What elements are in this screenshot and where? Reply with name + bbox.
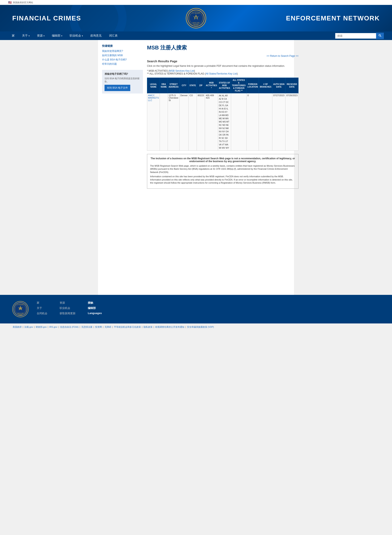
footer-col-2: 资源 职业机会 获取新闻更新 (60, 301, 75, 317)
cell-city: Denver (179, 93, 188, 151)
footer-treasury-link[interactable]: 财政部.gov (36, 326, 47, 328)
disclaimer-box: The inclusion of a business on the MSB R… (147, 154, 299, 189)
search-button[interactable] (376, 33, 384, 39)
header-title-right: ENFORCEMENT NETWORK (206, 14, 380, 22)
nav-bar: 家 关于 ▾ 资源 ▾ 编辑部 ▾ 职业机会 ▾ 咨询意见 词汇表 (0, 31, 392, 40)
page-title: MSB 注册人搜索 (147, 44, 299, 51)
results-description: Click on the highlighted Legal Name link… (147, 65, 299, 67)
svg-text:ENFORCEMENT: ENFORCEMENT (193, 23, 199, 24)
footer-home-link[interactable]: 家 (37, 301, 47, 305)
col-state: STATE (189, 78, 197, 93)
sidebar-link-faq[interactable]: 经常问的问题 (102, 62, 143, 66)
cell-all-states-flag (231, 93, 247, 151)
col-branches: # OF BRANCHES (259, 78, 272, 93)
flag-icon: 🇺🇸 (8, 1, 12, 4)
results-heading: Search Results Page (147, 59, 299, 63)
footer-usgov-link[interactable]: 美国政府 (13, 326, 22, 328)
footer-eeo-link[interactable]: 平等就业机会和多元化政策 (114, 326, 141, 328)
footer-news-link[interactable]: 获取新闻更新 (60, 312, 75, 315)
footer-irs-link[interactable]: IRS.gov (49, 326, 57, 328)
footer-languages-link[interactable]: Languages (88, 312, 102, 315)
cell-received-date: 07/26/2023 (285, 93, 299, 151)
footer-editorial-link[interactable]: 编辑部 (88, 306, 102, 310)
col-zip: ZIP (197, 78, 205, 93)
chevron-down-icon: ▾ (61, 35, 62, 37)
footer-about-link[interactable]: 关于 (37, 306, 47, 310)
header-title-left: FINANCIAL CRIMES (12, 14, 186, 22)
chevron-down-icon: ▾ (82, 35, 83, 37)
main-layout: 快速链接 我如何使用该网页? 如何注册我的 MSB 什么是 BSA 电子归档? … (98, 40, 294, 193)
sidebar-link-register-msb[interactable]: 如何注册我的 MSB (102, 54, 143, 57)
footer-seal: U.S. TREASURY FINANCIAL CRIMES ENFORCEME… (12, 301, 28, 317)
col-legal-name: LEGAL NAME (147, 78, 160, 93)
nav-editorial[interactable]: 编辑部 ▾ (48, 31, 66, 40)
sidebar: 快速链接 我如何使用该网页? 如何注册我的 MSB 什么是 BSA 电子归档? … (102, 44, 143, 189)
svg-text:FINANCIAL CRIMES: FINANCIAL CRIMES (17, 313, 24, 314)
key-line1-prefix: * MSB ACTIVITIES ( (147, 70, 169, 72)
cell-msb-activities: 405 409 415 (205, 93, 218, 151)
col-city: CITY (179, 78, 188, 93)
col-dba-name: DBA NAME (160, 78, 168, 93)
key-links: * MSB ACTIVITIES (MSB Services Key List)… (147, 70, 299, 75)
nav-home[interactable]: 家 (8, 31, 18, 40)
footer-privacy-link[interactable]: 隐私政策 (144, 326, 153, 328)
svg-text:ENFORCEMENT: ENFORCEMENT (18, 314, 23, 315)
sidebar-link-how-to-use[interactable]: 我如何使用该网页? (102, 49, 143, 53)
msb-services-key-link[interactable]: MSB Services Key List (169, 70, 194, 72)
bsa-section-desc: 访问 BSA 电子归档系统提交您的报告。 (105, 77, 140, 83)
whitespace (98, 193, 294, 295)
footer-resources-link[interactable]: 资源 (60, 301, 75, 305)
key-line2: ** ALL STATES & TERRITORIES & FOREIGN FL… (147, 72, 299, 75)
chevron-down-icon: ▾ (28, 35, 30, 37)
disclaimer-para2: Information contained on this site has b… (150, 175, 295, 184)
bsa-efile-button[interactable]: 转到 BSA 电子文件 (105, 85, 130, 91)
sidebar-link-bsa-efile[interactable]: 什么是 BSA 电子归档? (102, 58, 143, 61)
footer-col-3: 接触 编辑部 Languages (88, 301, 102, 317)
nav-glossary[interactable]: 词汇表 (105, 31, 121, 40)
footer-invest-link[interactable]: 投资网 (95, 326, 102, 328)
footer-accessibility-link[interactable]: 无障碍 (105, 326, 111, 328)
footer-dark: U.S. TREASURY FINANCIAL CRIMES ENFORCEME… (0, 295, 392, 324)
cell-street: 1275 S Cherokee St (168, 93, 179, 151)
footer-disclosure-link[interactable]: 歧视调查结果的公开发布通知 (155, 326, 184, 328)
disclaimer-title: The inclusion of a business on the MSB R… (150, 157, 295, 163)
footer-contact-link[interactable]: 接触 (88, 301, 102, 305)
nav-about[interactable]: 关于 ▾ (18, 31, 33, 40)
footer-regulations-link[interactable]: 法规.gov (24, 326, 33, 328)
cell-auth-sign-date: 07/27/2023 (272, 93, 285, 151)
nav-resources[interactable]: 资源 ▾ (33, 31, 48, 40)
footer-contracts-link[interactable]: 合同机会 (37, 312, 47, 315)
footer-col-1: 家 关于 合同机会 (37, 301, 47, 317)
content-area: MSB 注册人搜索 >> Return to Search Page << Se… (147, 44, 299, 189)
cell-dba-name (160, 93, 168, 151)
legal-name-link[interactable]: AMCC MARKETS LLC (148, 94, 159, 102)
sidebar-quick-links: 快速链接 我如何使用该网页? 如何注册我的 MSB 什么是 BSA 电子归档? … (102, 44, 143, 66)
header-banner: FINANCIAL CRIMES U.S. TREASURY FINANCIAL… (0, 5, 392, 31)
footer-foia-link[interactable]: 信息自由法 (FOIA) (60, 326, 79, 328)
search-box (335, 33, 384, 39)
chevron-down-icon: ▾ (43, 35, 45, 37)
svg-text:U.S. TREASURY: U.S. TREASURY (192, 12, 200, 14)
key-line2-prefix: ** ALL STATES & TERRITORIES & FOREIGN FL… (147, 72, 205, 75)
cell-legal-name: AMCC MARKETS LLC (147, 93, 160, 151)
all-states-key-link[interactable]: All States/Territories Key List (205, 72, 237, 75)
return-to-search-link[interactable]: >> Return to Search Page << (266, 55, 299, 57)
footer-bottom: 美国政府 | 法规.gov | 财政部.gov | IRS.gov | 信息自由… (0, 324, 392, 331)
nav-consultation[interactable]: 咨询意见 (87, 31, 105, 40)
col-auth-sign-date: AUTH SIGN DATE (272, 78, 285, 93)
cell-states-msb: AK AL AR AZ B CA CO CT DC DE FL GA HI IA… (218, 93, 231, 151)
search-input[interactable] (335, 33, 376, 39)
results-table: LEGAL NAME DBA NAME STREET ADDRESS CITY … (147, 78, 299, 151)
footer-careers-link[interactable]: 职业机会 (60, 306, 75, 310)
svg-text:U.S. TREASURY: U.S. TREASURY (17, 304, 24, 305)
nav-careers[interactable]: 职业机会 ▾ (66, 31, 87, 40)
cell-zip: 80223 (197, 93, 205, 151)
footer-bottom-links: 美国政府 | 法规.gov | 财政部.gov | IRS.gov | 信息自由… (12, 326, 214, 328)
states-list: AK AL AR AZ B CA CO CT DC DE FL GA HI IA… (219, 94, 230, 150)
col-received-date: RECEIVED DATE (285, 78, 299, 93)
footer-nofearlact-link[interactable]: 无恐惧法案 (81, 326, 93, 328)
treasury-seal: U.S. TREASURY FINANCIAL CRIMES ENFORCEME… (186, 8, 206, 28)
nav-search-area (335, 33, 384, 39)
footer-vdp-link[interactable]: 安全和漏洞披露政策 (VDP) (187, 326, 214, 328)
header-left: FINANCIAL CRIMES (0, 14, 186, 22)
